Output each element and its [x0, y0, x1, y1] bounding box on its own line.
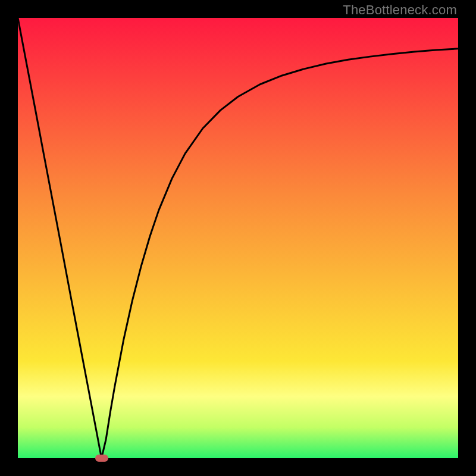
chart-frame	[18, 18, 458, 458]
optimal-marker	[95, 455, 108, 462]
gradient-backdrop	[18, 18, 458, 458]
bottleneck-chart	[18, 18, 458, 458]
watermark-text: TheBottleneck.com	[343, 2, 457, 18]
